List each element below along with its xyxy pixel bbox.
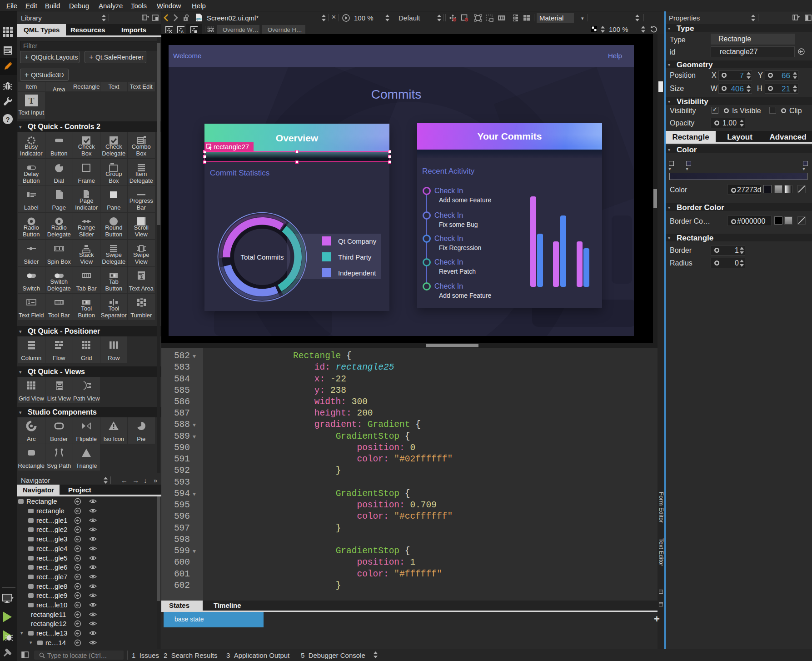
svg-text:A: A [181,30,184,34]
svg-text:?: ? [5,115,10,123]
svg-text:qml: qml [196,17,202,21]
